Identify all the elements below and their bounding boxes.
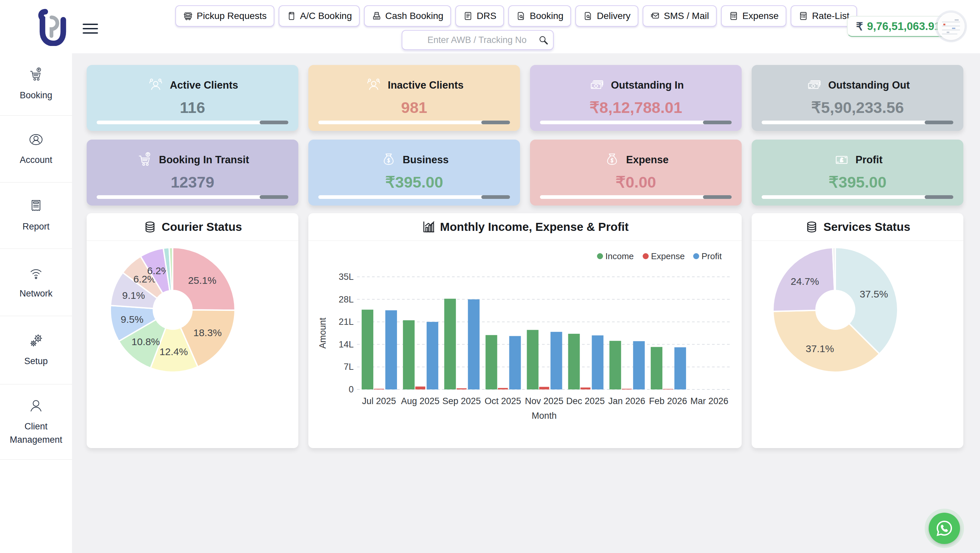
whatsapp-icon [935, 519, 954, 538]
whatsapp-button[interactable] [929, 513, 960, 544]
card-title: Outstanding Out [828, 79, 910, 91]
card-value: ₹395.00 [829, 173, 887, 191]
coins-icon [143, 220, 157, 234]
sidebar-item-client-management[interactable]: Client Management [0, 385, 72, 460]
card-title: Business [402, 154, 449, 166]
svg-text:0: 0 [348, 385, 354, 394]
card-business: Business ₹395.00 [308, 140, 520, 205]
sidebar-item-label: Network [7, 287, 65, 300]
cart-dollar-icon [27, 66, 45, 84]
account-balance[interactable]: ₹ 9,76,51,063.91 [847, 16, 949, 37]
sidebar-item-label: Client Management [7, 420, 65, 446]
card-progress-bar [762, 121, 953, 124]
banknote-icon [833, 151, 851, 169]
card-title: Expense [626, 154, 669, 166]
sidebar-item-booking[interactable]: Booking [0, 53, 72, 116]
card-value: ₹5,90,233.56 [811, 98, 904, 117]
services-status-donut-chart: 37.5%37.1%24.7% [752, 241, 963, 444]
services-status-card: Services Status 37.5%37.1%24.7% [752, 213, 963, 448]
truck-icon [183, 11, 193, 21]
user-circle-icon [27, 131, 45, 148]
svg-text:Jul 2025: Jul 2025 [362, 396, 396, 406]
currency-symbol: ₹ [856, 20, 863, 33]
svg-text:21L: 21L [339, 317, 354, 327]
gears-icon [27, 332, 45, 350]
card-title: Profit [856, 154, 883, 166]
quick-nav: Pickup Requests A/C Booking Cash Booking… [175, 5, 857, 27]
svg-text:12.4%: 12.4% [160, 346, 188, 357]
svg-text:Oct 2025: Oct 2025 [485, 396, 521, 406]
svg-text:Expense: Expense [651, 251, 685, 261]
card-value: 981 [401, 98, 427, 117]
nav-label: DRS [477, 11, 496, 21]
balance-amount: 9,76,51,063.91 [867, 20, 940, 33]
svg-text:35L: 35L [339, 272, 354, 282]
nav-pickup-requests-button[interactable]: Pickup Requests [175, 5, 274, 27]
nav-booking-button[interactable]: Booking [508, 5, 571, 27]
sidebar-item-account[interactable]: Account [0, 116, 72, 183]
main-content: Active Clients 116 Inactive Clients 981 … [72, 53, 980, 553]
nav-cash-booking-button[interactable]: Cash Booking [364, 5, 451, 27]
svg-text:Aug 2025: Aug 2025 [401, 396, 440, 406]
card-progress-bar [318, 121, 510, 124]
page-search-icon [583, 11, 593, 21]
nav-drs-button[interactable]: DRS [455, 5, 504, 27]
card-progress-bar [540, 195, 732, 199]
awb-search-input[interactable] [402, 35, 538, 46]
cash-register-icon [372, 11, 382, 21]
nav-label: Rate-List [812, 11, 850, 21]
sidebar-item-label: Account [7, 154, 65, 167]
svg-text:24.7%: 24.7% [791, 276, 819, 287]
svg-text:9.1%: 9.1% [123, 290, 145, 301]
sidebar-item-setup[interactable]: Setup [0, 316, 72, 385]
svg-text:9.5%: 9.5% [121, 314, 143, 325]
card-value: ₹0.00 [616, 173, 656, 191]
nav-label: Delivery [597, 11, 630, 21]
nav-expense-button[interactable]: Expense [721, 5, 786, 27]
card-expense: Expense ₹0.00 [530, 140, 742, 205]
cash-icon [805, 76, 823, 94]
nav-label: Cash Booking [385, 11, 443, 21]
nav-sms-mail-button[interactable]: SMS / Mail [643, 5, 717, 27]
cash-icon [588, 76, 606, 94]
avatar[interactable] [937, 13, 965, 40]
card-outstanding-out: Outstanding Out ₹5,90,233.56 [752, 65, 963, 131]
card-value: ₹8,12,788.01 [589, 98, 682, 117]
svg-text:7L: 7L [344, 362, 354, 372]
nav-ac-booking-button[interactable]: A/C Booking [278, 5, 360, 27]
card-title: Active Clients [170, 79, 238, 91]
svg-text:Nov 2025: Nov 2025 [525, 396, 564, 406]
sidebar-item-report[interactable]: Report [0, 183, 72, 249]
svg-text:37.1%: 37.1% [806, 343, 834, 354]
coins-icon [805, 220, 819, 234]
svg-text:Mar 2026: Mar 2026 [690, 396, 728, 406]
wifi-icon [27, 264, 45, 282]
card-outstanding-in: Outstanding In ₹8,12,788.01 [530, 65, 742, 131]
moneybag-icon [603, 151, 621, 169]
awb-search [402, 30, 554, 50]
book-icon [286, 11, 296, 21]
ledger-icon [798, 11, 808, 21]
sidebar-item-network[interactable]: Network [0, 249, 72, 316]
svg-text:Dec 2025: Dec 2025 [566, 396, 605, 406]
nav-label: SMS / Mail [664, 11, 709, 21]
charts-row: Courier Status 25.1%18.3%12.4%10.8%9.5%9… [87, 213, 963, 448]
ledger-icon [729, 11, 739, 21]
nav-label: Booking [530, 11, 563, 21]
topbar: Pickup Requests A/C Booking Cash Booking… [0, 0, 980, 53]
card-value: 116 [180, 98, 205, 117]
card-progress-bar [97, 195, 288, 199]
nav-delivery-button[interactable]: Delivery [575, 5, 638, 27]
card-value: ₹395.00 [385, 173, 443, 191]
courier-status-donut-chart: 25.1%18.3%12.4%10.8%9.5%9.1%6.2%6.2% [87, 241, 298, 444]
sidebar-item-label: Setup [7, 355, 65, 368]
card-active-clients: Active Clients 116 [87, 65, 298, 131]
svg-text:28L: 28L [339, 294, 354, 305]
nav-label: Pickup Requests [197, 11, 267, 21]
stat-cards: Active Clients 116 Inactive Clients 981 … [87, 65, 963, 205]
svg-text:Month: Month [532, 411, 557, 421]
cart-dollar-icon [136, 151, 154, 169]
menu-toggle-button[interactable] [83, 21, 98, 37]
svg-text:25.1%: 25.1% [188, 275, 216, 286]
search-icon[interactable] [538, 34, 549, 46]
